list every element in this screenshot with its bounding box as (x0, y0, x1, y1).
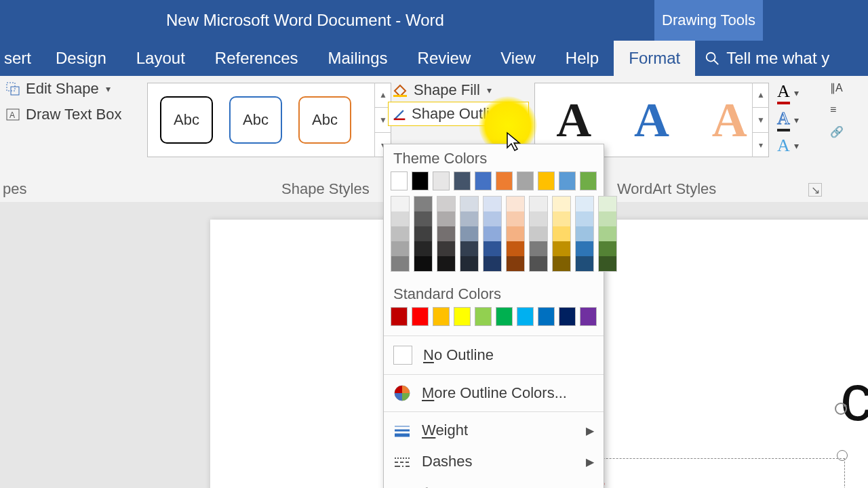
tab-insert[interactable]: sert (0, 41, 41, 76)
dashes-item[interactable]: Dashes ▶ (384, 446, 604, 477)
color-swatch[interactable] (552, 196, 571, 211)
color-swatch[interactable] (437, 196, 456, 211)
color-swatch[interactable] (529, 196, 548, 211)
text-fill-button[interactable]: A▾ (777, 81, 799, 104)
color-swatch[interactable] (460, 196, 479, 211)
color-swatch[interactable] (580, 307, 597, 326)
color-swatch[interactable] (580, 171, 597, 190)
rotate-handle-icon[interactable] (833, 401, 848, 416)
color-swatch[interactable] (460, 241, 479, 256)
scroll-up-icon[interactable]: ▲ (753, 83, 769, 108)
tab-review[interactable]: Review (403, 41, 486, 76)
color-swatch[interactable] (412, 171, 429, 190)
color-swatch[interactable] (460, 211, 479, 226)
color-swatch[interactable] (552, 241, 571, 256)
shape-style-tile[interactable]: Abc (229, 96, 282, 144)
tab-references[interactable]: References (200, 41, 313, 76)
dialog-launcher-icon[interactable]: ↘ (808, 183, 822, 197)
color-swatch[interactable] (391, 211, 410, 226)
color-swatch[interactable] (391, 241, 410, 256)
color-swatch[interactable] (538, 307, 555, 326)
shape-styles-gallery[interactable]: Abc Abc Abc ▲ ▼ ▾ (147, 83, 391, 157)
wordart-style-tile[interactable]: A (712, 92, 747, 148)
color-swatch[interactable] (529, 226, 548, 241)
color-swatch[interactable] (506, 241, 525, 256)
color-swatch[interactable] (454, 307, 471, 326)
color-swatch[interactable] (575, 256, 594, 272)
draw-text-box-button[interactable]: A Draw Text Box (0, 102, 140, 127)
color-swatch[interactable] (391, 256, 410, 272)
color-swatch[interactable] (529, 211, 548, 226)
text-effects-button[interactable]: A▾ (777, 136, 799, 156)
color-swatch[interactable] (475, 307, 492, 326)
shape-style-tile[interactable]: Abc (298, 96, 351, 144)
color-swatch[interactable] (506, 211, 525, 226)
tell-me-search[interactable]: Tell me what y (695, 41, 839, 76)
color-swatch[interactable] (412, 307, 429, 326)
contextual-tab-drawing-tools[interactable]: Drawing Tools (654, 0, 763, 41)
color-swatch[interactable] (483, 256, 502, 272)
color-swatch[interactable] (517, 171, 534, 190)
color-swatch[interactable] (483, 226, 502, 241)
color-swatch[interactable] (414, 241, 433, 256)
scroll-down-icon[interactable]: ▼ (753, 108, 769, 133)
color-swatch[interactable] (483, 211, 502, 226)
color-swatch[interactable] (552, 256, 571, 272)
color-swatch[interactable] (437, 256, 456, 272)
tab-view[interactable]: View (486, 41, 551, 76)
color-swatch[interactable] (391, 226, 410, 241)
color-swatch[interactable] (529, 256, 548, 272)
tab-format[interactable]: Format (614, 41, 695, 76)
color-swatch[interactable] (575, 211, 594, 226)
color-swatch[interactable] (460, 256, 479, 272)
color-swatch[interactable] (575, 226, 594, 241)
color-swatch[interactable] (433, 171, 450, 190)
color-swatch[interactable] (391, 171, 408, 190)
tab-help[interactable]: Help (551, 41, 614, 76)
tab-mailings[interactable]: Mailings (313, 41, 403, 76)
no-outline-item[interactable]: No Outline (384, 339, 604, 371)
tab-design[interactable]: Design (41, 41, 121, 76)
color-swatch[interactable] (598, 241, 617, 256)
edit-shape-button[interactable]: Edit Shape▾ (0, 76, 140, 102)
color-swatch[interactable] (414, 196, 433, 211)
more-outline-colors-item[interactable]: More Outline Colors... (384, 378, 604, 409)
color-swatch[interactable] (475, 171, 492, 190)
gallery-scroll[interactable]: ▲ ▼ ▾ (752, 83, 769, 157)
color-swatch[interactable] (506, 226, 525, 241)
color-swatch[interactable] (483, 241, 502, 256)
color-swatch[interactable] (414, 256, 433, 272)
color-swatch[interactable] (414, 226, 433, 241)
color-swatch[interactable] (437, 226, 456, 241)
color-swatch[interactable] (598, 211, 617, 226)
color-swatch[interactable] (517, 307, 534, 326)
text-direction-button[interactable]: ∥A (830, 81, 844, 94)
color-swatch[interactable] (483, 196, 502, 211)
color-swatch[interactable] (552, 211, 571, 226)
color-swatch[interactable] (437, 241, 456, 256)
color-swatch[interactable] (391, 196, 410, 211)
color-swatch[interactable] (598, 196, 617, 211)
shape-outline-button[interactable]: Shape Outline▾ (388, 102, 529, 126)
color-swatch[interactable] (496, 307, 513, 326)
color-swatch[interactable] (575, 196, 594, 211)
create-link-button[interactable]: 🔗 (830, 125, 844, 138)
weight-item[interactable]: Weight ▶ (384, 415, 604, 446)
color-swatch[interactable] (391, 307, 408, 326)
wordart-style-tile[interactable]: A (556, 92, 591, 148)
color-swatch[interactable] (506, 256, 525, 272)
wordart-style-tile[interactable]: A (634, 92, 669, 148)
color-swatch[interactable] (437, 211, 456, 226)
color-swatch[interactable] (598, 256, 617, 272)
color-swatch[interactable] (454, 171, 471, 190)
text-outline-button[interactable]: A▾ (777, 108, 799, 131)
shape-style-tile[interactable]: Abc (160, 96, 213, 144)
color-swatch[interactable] (433, 307, 450, 326)
color-swatch[interactable] (575, 241, 594, 256)
color-swatch[interactable] (559, 171, 576, 190)
color-swatch[interactable] (460, 226, 479, 241)
color-swatch[interactable] (538, 171, 555, 190)
color-swatch[interactable] (506, 196, 525, 211)
color-swatch[interactable] (552, 226, 571, 241)
color-swatch[interactable] (496, 171, 513, 190)
